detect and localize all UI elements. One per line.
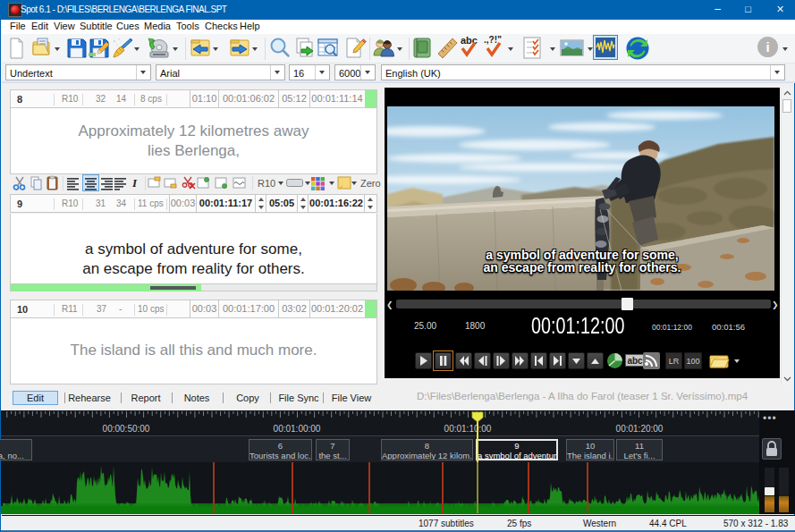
svg-text:00:01:00:00: 00:01:00:00 [274, 424, 321, 434]
svg-text:00:01:10:00: 00:01:10:00 [444, 424, 492, 434]
svg-text:00:00:50:00: 00:00:50:00 [103, 424, 150, 434]
svg-text:00:01:20:00: 00:01:20:00 [616, 424, 664, 434]
